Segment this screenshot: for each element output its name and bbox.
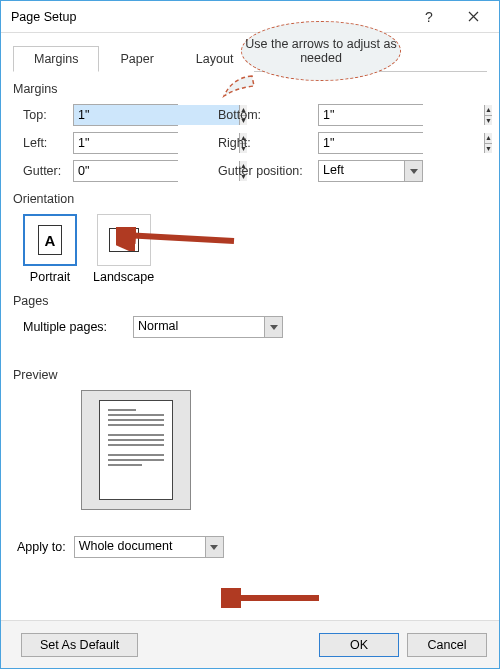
portrait-label: Portrait xyxy=(30,270,70,284)
applyto-dropdown[interactable]: Whole document xyxy=(74,536,224,558)
window-title: Page Setup xyxy=(11,10,407,24)
landscape-label: Landscape xyxy=(93,270,154,284)
dialog-footer: Set As Default OK Cancel xyxy=(1,620,499,668)
chevron-down-icon xyxy=(404,161,422,181)
annotation-arrow-icon xyxy=(221,588,321,608)
top-spinner[interactable]: ▲▼ xyxy=(73,104,178,126)
gutterpos-label: Gutter position: xyxy=(208,164,318,178)
set-default-button[interactable]: Set As Default xyxy=(21,633,138,657)
preview-section-title: Preview xyxy=(13,368,487,382)
right-spinner[interactable]: ▲▼ xyxy=(318,132,423,154)
page-setup-dialog: Page Setup ? Margins Paper Layout Margin… xyxy=(0,0,500,669)
tab-bar: Margins Paper Layout xyxy=(13,45,487,72)
chevron-down-icon xyxy=(205,537,223,557)
titlebar: Page Setup ? xyxy=(1,1,499,33)
preview-page-icon xyxy=(99,400,173,500)
close-button[interactable] xyxy=(451,1,495,32)
close-icon xyxy=(468,11,479,22)
tab-paper[interactable]: Paper xyxy=(99,46,174,72)
bottom-down[interactable]: ▼ xyxy=(485,116,492,126)
orientation-landscape[interactable]: A Landscape xyxy=(93,214,154,284)
right-down[interactable]: ▼ xyxy=(485,144,492,154)
left-label: Left: xyxy=(13,136,73,150)
multiple-pages-dropdown[interactable]: Normal xyxy=(133,316,283,338)
cancel-button[interactable]: Cancel xyxy=(407,633,487,657)
bottom-label: Bottom: xyxy=(208,108,318,122)
right-input[interactable] xyxy=(319,133,484,153)
landscape-icon: A xyxy=(109,228,139,252)
pages-section-title: Pages xyxy=(13,294,487,308)
chevron-down-icon xyxy=(264,317,282,337)
margins-section-title: Margins xyxy=(13,82,487,96)
ok-button[interactable]: OK xyxy=(319,633,399,657)
portrait-icon: A xyxy=(38,225,62,255)
top-label: Top: xyxy=(13,108,73,122)
preview-box xyxy=(81,390,191,510)
help-button[interactable]: ? xyxy=(407,1,451,32)
applyto-value: Whole document xyxy=(75,537,205,557)
gutter-label: Gutter: xyxy=(13,164,73,178)
tab-margins[interactable]: Margins xyxy=(13,46,99,72)
multiple-pages-label: Multiple pages: xyxy=(23,320,133,334)
right-label: Right: xyxy=(208,136,318,150)
bottom-spinner[interactable]: ▲▼ xyxy=(318,104,423,126)
right-up[interactable]: ▲ xyxy=(485,133,492,144)
gutterpos-value: Left xyxy=(319,161,404,181)
bottom-input[interactable] xyxy=(319,105,484,125)
left-spinner[interactable]: ▲▼ xyxy=(73,132,178,154)
gutter-spinner[interactable]: ▲▼ xyxy=(73,160,178,182)
bottom-up[interactable]: ▲ xyxy=(485,105,492,116)
orientation-section-title: Orientation xyxy=(13,192,487,206)
orientation-portrait[interactable]: A Portrait xyxy=(23,214,77,284)
multiple-pages-value: Normal xyxy=(134,317,264,337)
tab-layout[interactable]: Layout xyxy=(175,46,255,72)
applyto-label: Apply to: xyxy=(13,540,66,554)
gutterpos-dropdown[interactable]: Left xyxy=(318,160,423,182)
